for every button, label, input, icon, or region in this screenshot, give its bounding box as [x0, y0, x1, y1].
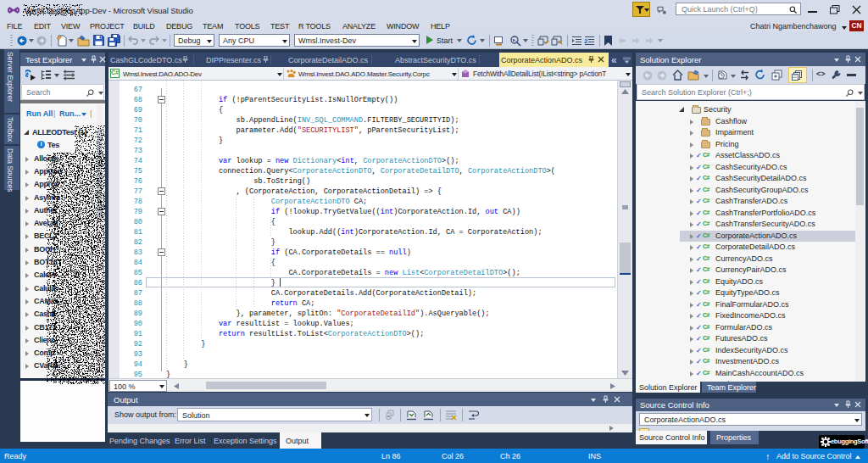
- svg-text:2: 2: [584, 37, 588, 45]
